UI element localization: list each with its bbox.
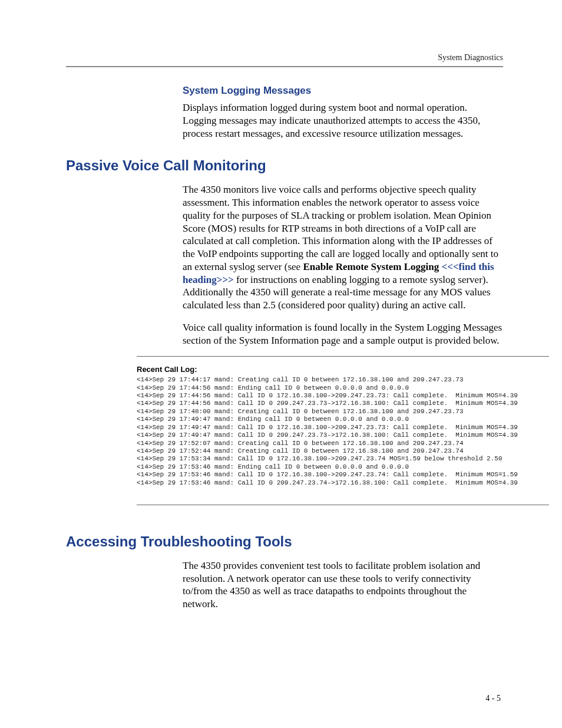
page-number: 4 - 5 [485, 694, 501, 703]
passive-voice-p1: The 4350 monitors live voice calls and p… [183, 183, 503, 312]
passive-voice-heading: Passive Voice Call Monitoring [66, 157, 503, 174]
recent-call-log-lines: <14>Sep 29 17:44:17 mand: Creating call … [137, 376, 549, 487]
log-line: <14>Sep 29 17:49:47 mand: Call ID 0 209.… [137, 431, 549, 439]
passive-voice-section: The 4350 monitors live voice calls and p… [183, 183, 503, 347]
system-logging-body: Displays information logged during syste… [183, 101, 503, 140]
log-line: <14>Sep 29 17:53:46 mand: Ending call ID… [137, 463, 549, 471]
recent-call-log-title: Recent Call Log: [137, 365, 549, 374]
troubleshooting-heading: Accessing Troubleshooting Tools [66, 533, 503, 550]
log-line: <14>Sep 29 17:53:34 mand: Call ID 0 172.… [137, 455, 549, 463]
enable-remote-logging-ref-bold: Enable Remote System Logging [303, 261, 441, 272]
log-line: <14>Sep 29 17:52:44 mand: Creating call … [137, 447, 549, 455]
troubleshooting-body: The 4350 provides convenient test tools … [183, 559, 503, 611]
log-line: <14>Sep 29 17:44:17 mand: Creating call … [137, 376, 549, 384]
log-line: <14>Sep 29 17:49:47 mand: Ending call ID… [137, 416, 549, 423]
log-line: <14>Sep 29 17:53:46 mand: Call ID 0 172.… [137, 471, 549, 479]
figure-bottom-rule [137, 505, 549, 505]
log-line: <14>Sep 29 17:48:00 mand: Creating call … [137, 408, 549, 416]
header-rule [66, 66, 503, 67]
log-line: <14>Sep 29 17:44:56 mand: Ending call ID… [137, 384, 549, 392]
log-line: <14>Sep 29 17:49:47 mand: Call ID 0 172.… [137, 424, 549, 431]
log-line: <14>Sep 29 17:52:07 mand: Creating call … [137, 440, 549, 447]
log-line: <14>Sep 29 17:53:46 mand: Call ID 0 209.… [137, 479, 549, 487]
page-content: System Diagnostics System Logging Messag… [0, 0, 562, 611]
log-line: <14>Sep 29 17:44:56 mand: Call ID 0 209.… [137, 400, 549, 407]
passive-voice-p2: Voice call quality information is found … [183, 321, 503, 347]
p1-text-a: The 4350 monitors live voice calls and p… [183, 184, 498, 272]
system-logging-heading: System Logging Messages [183, 85, 503, 97]
troubleshooting-section: The 4350 provides convenient test tools … [183, 559, 503, 611]
recent-call-log-figure: Recent Call Log: <14>Sep 29 17:44:17 man… [137, 356, 549, 505]
system-logging-section: System Logging Messages Displays informa… [183, 85, 503, 140]
log-line: <14>Sep 29 17:44:56 mand: Call ID 0 172.… [137, 392, 549, 400]
running-head: System Diagnostics [66, 53, 503, 62]
figure-top-rule [137, 356, 549, 357]
